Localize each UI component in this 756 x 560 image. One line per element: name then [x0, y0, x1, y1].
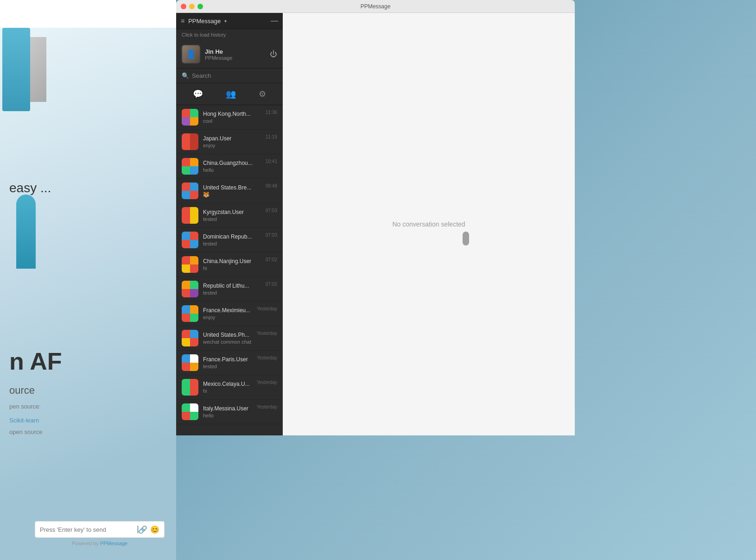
conv-preview-9: enjoy — [203, 315, 254, 320]
input-area: 🔗 😊 Powered by PPMessage — [35, 521, 165, 546]
conv-time-7: 07:02 — [266, 257, 277, 262]
conv-preview-13: hello — [203, 413, 254, 418]
conv-name-6: Dominican Repub... — [203, 233, 263, 240]
conv-item-2[interactable]: Japan.User enjoy 11:15 — [176, 130, 283, 154]
conv-item-10[interactable]: United States.Ph... wechat common chat Y… — [176, 326, 283, 351]
app-window: PPMessage ≡ PPMessage ▾ — Click to load … — [176, 0, 575, 435]
conv-info-11: France.Paris.User tested — [203, 356, 254, 369]
avatar: 👤 — [182, 45, 200, 63]
conv-name-8: Republic of Lithu... — [203, 283, 263, 289]
conv-avatar-11 — [182, 354, 198, 371]
hamburger-icon[interactable]: ≡ — [181, 17, 184, 25]
avatar-image: 👤 — [182, 45, 200, 63]
powered-by: Powered by PPMessage — [35, 541, 165, 546]
chat-tab[interactable]: 💬 — [189, 87, 207, 101]
conv-info-2: Japan.User enjoy — [203, 135, 263, 148]
conv-info-12: Mexico.Celaya.U... hi — [203, 381, 254, 394]
maximize-button[interactable] — [197, 4, 203, 9]
scroll-indicator[interactable] — [463, 232, 469, 245]
attachment-icon[interactable]: 🔗 — [138, 525, 147, 534]
shape-blue-1 — [2, 28, 30, 111]
conv-name-12: Mexico.Celaya.U... — [203, 381, 254, 387]
conv-name-7: China.Nanjing.User — [203, 258, 263, 264]
conv-time-9: Yesterday — [257, 306, 277, 311]
easy-text: easy ... — [0, 181, 60, 195]
conv-preview-12: hi — [203, 388, 254, 394]
titlebar-buttons — [181, 4, 203, 9]
conv-info-7: China.Nanjing.User hi — [203, 258, 263, 271]
conv-info-6: Dominican Repub... tested — [203, 233, 263, 246]
conv-time-2: 11:15 — [266, 134, 277, 139]
ppmessage-link[interactable]: PPMessage — [100, 541, 127, 546]
conv-preview-1: cool — [203, 118, 263, 124]
history-text[interactable]: Click to load history — [176, 29, 283, 40]
conv-item-4[interactable]: United States.Bre... 🐯 09:48 — [176, 179, 283, 203]
conv-item-5[interactable]: Kyrgyzstan.User tested 07:03 — [176, 203, 283, 228]
conv-item-12[interactable]: Mexico.Celaya.U... hi Yesterday — [176, 375, 283, 400]
conversation-list: Hong Kong.North... cool 11:36 Japan.User — [176, 105, 283, 435]
sidebar-minimize[interactable]: — — [271, 17, 278, 25]
conv-time-1: 11:36 — [266, 110, 277, 115]
conv-name-5: Kyrgyzstan.User — [203, 209, 263, 215]
search-icon: 🔍 — [182, 72, 189, 79]
conv-avatar-2 — [182, 133, 198, 150]
conv-time-5: 07:03 — [266, 208, 277, 213]
conv-avatar-1 — [182, 109, 198, 126]
minimize-button[interactable] — [189, 4, 195, 9]
message-input[interactable] — [40, 526, 138, 533]
open2-text: open source — [0, 428, 52, 435]
af-text: n AF — [0, 347, 71, 375]
conv-item-11[interactable]: France.Paris.User tested Yesterday — [176, 351, 283, 375]
conv-item-8[interactable]: Republic of Lithu... tested 07:02 — [176, 277, 283, 302]
search-placeholder: Search — [192, 72, 211, 79]
emoji-icon[interactable]: 😊 — [150, 525, 159, 534]
conv-time-13: Yesterday — [257, 404, 277, 409]
conv-name-10: United States.Ph... — [203, 332, 254, 338]
conv-avatar-10 — [182, 330, 198, 346]
conv-preview-11: tested — [203, 364, 254, 369]
conv-info-4: United States.Bre... 🐯 — [203, 184, 263, 198]
conv-name-4: United States.Bre... — [203, 184, 263, 191]
conv-item-7[interactable]: China.Nanjing.User hi 07:02 — [176, 252, 283, 277]
conv-time-12: Yesterday — [257, 380, 277, 385]
conv-preview-3: hello — [203, 167, 263, 173]
conv-info-10: United States.Ph... wechat common chat — [203, 332, 254, 345]
sidebar-header: ≡ PPMessage ▾ — — [176, 13, 283, 29]
conv-name-9: France.Meximieu... — [203, 307, 254, 314]
conv-time-11: Yesterday — [257, 355, 277, 360]
conv-time-6: 07:03 — [266, 233, 277, 238]
conv-item-6[interactable]: Dominican Repub... tested 07:03 — [176, 228, 283, 252]
close-button[interactable] — [181, 4, 186, 9]
profile-company: PPMessage — [205, 55, 270, 61]
conv-preview-8: tested — [203, 290, 263, 296]
power-icon[interactable]: ⏻ — [270, 50, 277, 58]
conv-name-11: France.Paris.User — [203, 356, 254, 363]
chat-sidebar: ≡ PPMessage ▾ — Click to load history 👤 … — [176, 13, 283, 435]
contacts-tab[interactable]: 👥 — [222, 87, 240, 101]
conv-avatar-5 — [182, 207, 198, 224]
conv-info-8: Republic of Lithu... tested — [203, 283, 263, 296]
tab-bar: 💬 👥 ⚙ — [176, 83, 283, 105]
conv-item-9[interactable]: France.Meximieu... enjoy Yesterday — [176, 302, 283, 326]
conv-name-1: Hong Kong.North... — [203, 111, 263, 117]
search-bar[interactable]: 🔍 Search — [176, 69, 283, 83]
settings-tab[interactable]: ⚙ — [255, 87, 270, 101]
conv-avatar-7 — [182, 256, 198, 273]
conv-avatar-13 — [182, 403, 198, 420]
conv-avatar-9 — [182, 305, 198, 322]
conv-preview-10: wechat common chat — [203, 339, 254, 345]
conv-name-3: China.Guangzhou... — [203, 160, 263, 166]
conv-item-3[interactable]: China.Guangzhou... hello 10:41 — [176, 154, 283, 179]
conv-preview-5: tested — [203, 216, 263, 222]
conv-avatar-12 — [182, 379, 198, 396]
message-input-box: 🔗 😊 — [35, 521, 165, 538]
conv-item-13[interactable]: Italy.Messina.User hello Yesterday — [176, 400, 283, 424]
scikit-link[interactable]: Scikit-learn — [0, 417, 48, 424]
sidebar-header-left: ≡ PPMessage ▾ — [181, 17, 227, 25]
conv-time-10: Yesterday — [257, 331, 277, 336]
shape-blue-2 — [16, 195, 36, 269]
conv-avatar-3 — [182, 158, 198, 175]
conv-item-1[interactable]: Hong Kong.North... cool 11:36 — [176, 105, 283, 130]
conv-name-13: Italy.Messina.User — [203, 405, 254, 412]
source-label: pen source: — [0, 403, 50, 410]
